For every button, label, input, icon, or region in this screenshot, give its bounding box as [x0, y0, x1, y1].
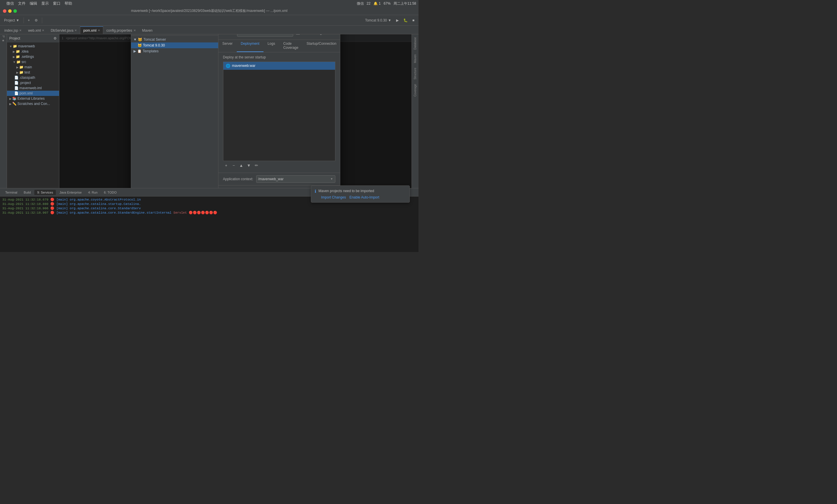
- minimize-window-button[interactable]: [8, 9, 12, 13]
- tab-dbservlet[interactable]: DbServlet.java ✕: [48, 26, 80, 34]
- left-strip-favorites[interactable]: ★: [1, 39, 5, 42]
- deploy-down-btn[interactable]: ▼: [246, 162, 252, 169]
- menu-edit[interactable]: 编辑: [30, 1, 37, 6]
- deploy-edit-btn[interactable]: ✏: [253, 162, 260, 169]
- deployment-content: Deploy at the server startup 🌐 mavenweb:…: [218, 52, 340, 173]
- bottom-tab-terminal[interactable]: Terminal: [2, 190, 20, 195]
- project-panel-title: Project: [9, 36, 20, 40]
- right-strip-structure[interactable]: Structure: [413, 66, 417, 81]
- deploy-up-btn[interactable]: ▲: [238, 162, 245, 169]
- menu-window[interactable]: 窗口: [53, 1, 60, 6]
- modal-tree-templates[interactable]: ▶ 📋 Templates: [131, 48, 218, 54]
- tree-item-scratches[interactable]: ▶ ✏️ Scratches and Con...: [7, 101, 59, 106]
- tree-item-ext-libs[interactable]: ▶ 📚 External Libraries: [7, 96, 59, 101]
- enable-auto-import-link[interactable]: Enable Auto-Import: [349, 195, 379, 199]
- tree-item-src[interactable]: ▼ 📁 src: [7, 59, 59, 64]
- share-question-icon[interactable]: ?: [333, 34, 335, 35]
- tab-maven[interactable]: Maven: [139, 26, 156, 34]
- templates-label: Templates: [143, 49, 159, 53]
- tree-item-settings[interactable]: ▶ 📁 .settings: [7, 54, 59, 59]
- menu-view[interactable]: 显示: [41, 1, 49, 6]
- tab-code-coverage[interactable]: Code Coverage: [279, 40, 302, 52]
- tree-item-main[interactable]: ▶ 📁 main: [7, 64, 59, 70]
- tab-pom-xml[interactable]: pom.xml ✕: [80, 26, 103, 34]
- name-input[interactable]: [237, 34, 293, 37]
- editor-tabs: index.jsp ✕ web.xml ✕ DbServlet.java ✕ p…: [0, 25, 418, 34]
- tree-icon-test: 📁: [19, 70, 23, 74]
- project-panel-settings[interactable]: ⚙: [54, 36, 57, 40]
- run-config-dropdown[interactable]: Tomcat 9.0.30 ▼: [363, 18, 393, 23]
- tree-item-iml[interactable]: 📄 mavenweb.iml: [7, 86, 59, 91]
- maximize-window-button[interactable]: [13, 9, 17, 13]
- stop-button[interactable]: ■: [411, 18, 416, 23]
- app-context-dropdown-arrow: ▼: [331, 177, 333, 181]
- tab-index-jsp-label: index.jsp: [4, 29, 18, 33]
- tab-deployment[interactable]: Deployment: [237, 40, 264, 52]
- tree-item-test[interactable]: ▶ 📁 test: [7, 70, 59, 75]
- tab-index-jsp-close[interactable]: ✕: [19, 29, 21, 32]
- menu-file[interactable]: 文件: [18, 1, 25, 6]
- tomcat-server-expand-icon: ▼: [133, 37, 137, 41]
- tree-item-classpath[interactable]: 📄 .classpath: [7, 75, 59, 80]
- tab-dbservlet-close[interactable]: ✕: [74, 29, 77, 32]
- tree-arrow-test: ▶: [16, 71, 19, 74]
- left-strip-project[interactable]: P: [2, 35, 5, 37]
- deploy-add-btn[interactable]: +: [223, 162, 230, 169]
- modal-right-panel: Name: Share through VCS ?: [218, 34, 340, 188]
- tree-label-classpath: .classpath: [19, 76, 35, 80]
- tree-arrow-classpath: [13, 76, 14, 79]
- tab-web-xml-close[interactable]: ✕: [42, 29, 44, 32]
- run-debug-modal: Run/Debug Configurations + − ⧉ ⚙: [131, 34, 340, 188]
- project-dropdown[interactable]: Project ▼: [2, 18, 21, 23]
- debug-button[interactable]: 🐛: [402, 18, 409, 23]
- tree-icon-mavenweb: 📁: [13, 44, 17, 48]
- tab-startup-connection[interactable]: Startup/Connection: [302, 40, 340, 52]
- share-vcs-checkbox-row: Share through VCS ?: [296, 34, 335, 35]
- app-context-value: /mavenweb_war: [258, 177, 284, 181]
- tree-label-mavenweb: mavenweb: [18, 44, 35, 48]
- bottom-tab-java-enterprise[interactable]: Java Enterprise: [56, 190, 84, 195]
- tree-label-scratches: Scratches and Con...: [17, 102, 50, 106]
- tree-item-mavenweb[interactable]: ▼ 📁 mavenweb: [7, 43, 59, 49]
- modal-tree-tomcat-server[interactable]: ▼ 🐱 Tomcat Server: [131, 37, 218, 42]
- toolbar-sep-1: [23, 17, 24, 23]
- left-strip: P ★: [0, 34, 7, 188]
- modal-tree-tomcat-930[interactable]: 🐱 Tomcat 9.0.30: [131, 42, 218, 48]
- right-strip-maven[interactable]: Maven: [413, 53, 417, 65]
- bottom-tab-run[interactable]: 4: Run: [85, 190, 100, 195]
- right-strip-coverage[interactable]: Coverage: [413, 82, 417, 98]
- run-button[interactable]: ▶: [394, 18, 400, 23]
- tab-index-jsp[interactable]: index.jsp ✕: [1, 26, 25, 34]
- share-vcs-checkbox[interactable]: [296, 34, 300, 35]
- right-strip-database[interactable]: Database: [413, 35, 417, 52]
- menubar-left: 微信 文件 编辑 显示 窗口 帮助: [2, 1, 72, 6]
- tab-web-xml[interactable]: web.xml ✕: [25, 26, 48, 34]
- bottom-tab-services[interactable]: 9: Services: [34, 190, 56, 195]
- bottom-tab-build[interactable]: Build: [21, 190, 34, 195]
- tab-server[interactable]: Server: [218, 40, 237, 52]
- import-changes-link[interactable]: Import Changes: [321, 195, 346, 199]
- tree-item-project-file[interactable]: 📄 .project: [7, 80, 59, 86]
- tab-config-close[interactable]: ✕: [133, 29, 136, 32]
- deploy-at-startup-label: Deploy at the server startup: [223, 55, 335, 59]
- tab-config-properties[interactable]: config.properties ✕: [103, 26, 139, 34]
- menu-wechat[interactable]: 微信: [6, 1, 14, 6]
- menubar-right: 微信 22 🔔 1 67% 周二上午11:58: [357, 1, 416, 6]
- bottom-tab-todo[interactable]: 6: TODO: [101, 190, 120, 195]
- deploy-item-war[interactable]: 🌐 mavenweb:war: [224, 62, 335, 70]
- tree-item-pom[interactable]: 📄 pom.xml: [7, 91, 59, 96]
- project-panel-header: Project ⚙: [7, 34, 59, 42]
- app-context-input[interactable]: /mavenweb_war ▼: [256, 175, 335, 183]
- tab-logs[interactable]: Logs: [264, 40, 279, 52]
- menu-help[interactable]: 帮助: [65, 1, 72, 6]
- tab-pom-xml-close[interactable]: ✕: [98, 29, 100, 32]
- deploy-remove-btn[interactable]: −: [231, 162, 237, 169]
- modal-config-tree: ▼ 🐱 Tomcat Server 🐱 Tomcat 9.0.30: [131, 35, 218, 188]
- modal-name-row: Name: Share through VCS ?: [218, 34, 340, 40]
- settings-btn[interactable]: ⚙: [33, 18, 39, 23]
- tree-item-idea[interactable]: ▶ 📁 .idea: [7, 49, 59, 54]
- tab-maven-label: Maven: [142, 29, 153, 33]
- close-window-button[interactable]: [3, 9, 6, 13]
- tab-config-label: config.properties: [106, 29, 132, 33]
- add-file-btn[interactable]: +: [26, 18, 32, 23]
